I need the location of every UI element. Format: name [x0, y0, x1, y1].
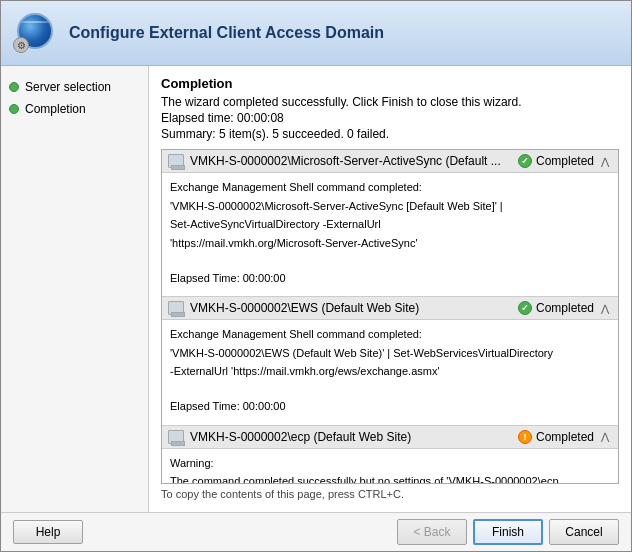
result-status-3: ! Completed ⋀ [518, 430, 612, 444]
completion-heading: Completion [161, 76, 619, 91]
result-status-2: ✓ Completed ⋀ [518, 301, 612, 315]
server-icon-2 [168, 301, 184, 315]
back-button[interactable]: < Back [397, 519, 467, 545]
result-body-1: Exchange Management Shell command comple… [162, 173, 618, 296]
expand-btn-2[interactable]: ⋀ [598, 303, 612, 314]
cancel-button[interactable]: Cancel [549, 519, 619, 545]
server-icon-1 [168, 154, 184, 168]
status-label-1: Completed [536, 154, 594, 168]
gear-icon: ⚙ [13, 37, 29, 53]
sidebar-item-completion[interactable]: Completion [1, 98, 148, 120]
title-icon: ⚙ [9, 9, 57, 57]
sidebar-status-dot-1 [9, 82, 19, 92]
sidebar-item-label-2: Completion [25, 102, 86, 116]
result-line-1-6: Elapsed Time: 00:00:00 [170, 270, 610, 287]
result-item-2: VMKH-S-0000002\EWS (Default Web Site) ✓ … [162, 297, 618, 426]
footer-left: Help [13, 520, 83, 544]
result-line-2-2: 'VMKH-S-0000002\EWS (Default Web Site)' … [170, 345, 610, 362]
result-line-2-5: Elapsed Time: 00:00:00 [170, 398, 610, 415]
result-line-3-2: The command completed successfully but n… [170, 473, 610, 484]
status-icon-3: ! [518, 430, 532, 444]
summary: Summary: 5 item(s). 5 succeeded. 0 faile… [161, 127, 619, 141]
status-label-3: Completed [536, 430, 594, 444]
result-body-2: Exchange Management Shell command comple… [162, 320, 618, 425]
result-line-2-3: -ExternalUrl 'https://mail.vmkh.org/ews/… [170, 363, 610, 380]
result-line-1-1: Exchange Management Shell command comple… [170, 179, 610, 196]
window-title: Configure External Client Access Domain [69, 24, 384, 42]
result-name-1: VMKH-S-0000002\Microsoft-Server-ActiveSy… [190, 154, 510, 168]
copy-hint: To copy the contents of this page, press… [161, 484, 619, 502]
main-content: Server selection Completion Completion T… [1, 66, 631, 512]
content-area: Completion The wizard completed successf… [149, 66, 631, 512]
result-status-1: ✓ Completed ⋀ [518, 154, 612, 168]
title-bar: ⚙ Configure External Client Access Domai… [1, 1, 631, 66]
result-item-1: VMKH-S-0000002\Microsoft-Server-ActiveSy… [162, 150, 618, 297]
help-button[interactable]: Help [13, 520, 83, 544]
result-line-1-3: Set-ActiveSyncVirtualDirectory -External… [170, 216, 610, 233]
result-header-1[interactable]: VMKH-S-0000002\Microsoft-Server-ActiveSy… [162, 150, 618, 173]
footer-right: < Back Finish Cancel [397, 519, 619, 545]
result-line-1-2: 'VMKH-S-0000002\Microsoft-Server-ActiveS… [170, 198, 610, 215]
result-name-3: VMKH-S-0000002\ecp (Default Web Site) [190, 430, 510, 444]
result-body-3: Warning: The command completed successfu… [162, 449, 618, 485]
result-line-3-1: Warning: [170, 455, 610, 472]
server-icon-3 [168, 430, 184, 444]
result-header-2[interactable]: VMKH-S-0000002\EWS (Default Web Site) ✓ … [162, 297, 618, 320]
main-window: ⚙ Configure External Client Access Domai… [0, 0, 632, 552]
sidebar-status-dot-2 [9, 104, 19, 114]
result-line-1-4: 'https://mail.vmkh.org/Microsoft-Server-… [170, 235, 610, 252]
finish-button[interactable]: Finish [473, 519, 543, 545]
expand-btn-1[interactable]: ⋀ [598, 156, 612, 167]
results-container[interactable]: VMKH-S-0000002\Microsoft-Server-ActiveSy… [161, 149, 619, 484]
result-item-3: VMKH-S-0000002\ecp (Default Web Site) ! … [162, 426, 618, 485]
result-line-2-1: Exchange Management Shell command comple… [170, 326, 610, 343]
sidebar: Server selection Completion [1, 66, 149, 512]
status-icon-1: ✓ [518, 154, 532, 168]
expand-btn-3[interactable]: ⋀ [598, 431, 612, 442]
sidebar-item-label-1: Server selection [25, 80, 111, 94]
status-label-2: Completed [536, 301, 594, 315]
result-header-3[interactable]: VMKH-S-0000002\ecp (Default Web Site) ! … [162, 426, 618, 449]
result-name-2: VMKH-S-0000002\EWS (Default Web Site) [190, 301, 510, 315]
status-icon-2: ✓ [518, 301, 532, 315]
sidebar-item-server-selection[interactable]: Server selection [1, 76, 148, 98]
footer: Help < Back Finish Cancel [1, 512, 631, 551]
completion-description: The wizard completed successfully. Click… [161, 95, 619, 109]
elapsed-time: Elapsed time: 00:00:08 [161, 111, 619, 125]
